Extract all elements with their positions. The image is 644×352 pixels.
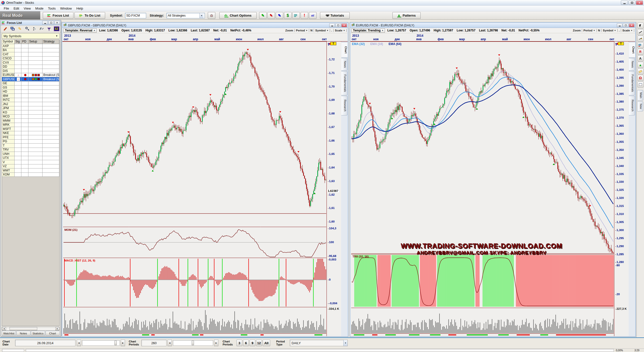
dropdown-arrow-icon[interactable]: ▼ — [343, 340, 347, 346]
template-dropdown[interactable]: Template: Reversal▼ — [63, 28, 97, 33]
symbol-row-ibm[interactable]: IBM — [2, 94, 59, 98]
zoom-control-period[interactable]: Period▼ — [582, 29, 597, 32]
period-type-dropdown[interactable]: DAILY▼ — [290, 340, 348, 346]
note-tool[interactable] — [637, 81, 643, 87]
zoom-control-zoom[interactable]: Zoom — [572, 29, 582, 32]
periods-slider-thumb[interactable] — [192, 341, 194, 345]
app-minimize-button[interactable] — [621, 1, 628, 5]
scale-tag[interactable]: T — [618, 42, 624, 45]
symbol-row-dis[interactable]: DIS — [2, 69, 59, 73]
strategy-dropdown[interactable]: All Strategies▼ — [167, 13, 205, 18]
menu-help[interactable]: Help — [74, 6, 85, 11]
lab-button[interactable] — [208, 12, 215, 19]
zoom-control-zoom[interactable]: Zoom — [284, 29, 295, 32]
symbol-row-gs[interactable]: GS — [2, 85, 59, 90]
focus-restore-button[interactable] — [48, 21, 54, 25]
filter-funnel-icon[interactable] — [47, 26, 52, 31]
chart-tab-news[interactable]: News — [629, 58, 635, 71]
chart-tab-chart[interactable]: Chart — [341, 42, 348, 58]
symbol-row-mcd[interactable]: MCD — [2, 115, 59, 119]
symbol-row-pg[interactable]: PG — [2, 140, 59, 144]
menu-edit[interactable]: Edit — [11, 6, 21, 11]
symbol-row-v[interactable]: V — [2, 160, 59, 164]
chart-restore-button[interactable] — [623, 23, 628, 27]
chart-titlebar[interactable]: EURUSD.FXCM - EURUSD.FXCM (DAILY)× — [350, 23, 635, 28]
chart-tab-chart[interactable]: Chart — [629, 42, 635, 58]
zoom-control-period[interactable]: Period▼ — [295, 29, 309, 32]
zoom-control-.[interactable]: . — [618, 29, 621, 32]
symbol-input[interactable]: SD.FXCM — [125, 13, 146, 18]
chart-options-button[interactable]: Chart Options — [219, 12, 257, 19]
focus-tab-notes[interactable]: Notes — [16, 331, 30, 336]
zoom-control-n[interactable]: N — [309, 29, 314, 32]
symbol-row-wmt[interactable]: WMT — [2, 168, 59, 173]
symbol-row-mrk[interactable]: MRK — [2, 123, 59, 127]
zoom-control-n[interactable]: N — [597, 29, 601, 32]
symbol-row-hd[interactable]: HD — [2, 90, 59, 94]
menu-view[interactable]: View — [21, 6, 33, 11]
column-header-setup[interactable]: Setup — [28, 40, 43, 44]
symbol-row-axp[interactable]: AXP — [2, 44, 59, 48]
notes-blue-button[interactable]: ✎ — [276, 12, 283, 19]
symbol-row-csco[interactable]: CSCO — [2, 57, 59, 61]
chart-minimize-button[interactable] — [329, 23, 335, 27]
chart-tab-news[interactable]: News — [341, 58, 347, 71]
edit-pencil-icon[interactable]: ✎ — [17, 26, 22, 31]
periods-slider[interactable] — [173, 340, 213, 346]
alert-button[interactable]: ! — [301, 12, 308, 19]
chart-plot-canvas[interactable] — [63, 41, 326, 336]
symbol-row-t[interactable]: T — [2, 144, 59, 148]
column-header-symbol[interactable]: Symbol — [2, 40, 15, 44]
symbol-row-unh[interactable]: UNH — [2, 152, 59, 156]
symbol-row-dd[interactable]: DD — [2, 65, 59, 69]
focus-minimize-button[interactable] — [42, 21, 48, 25]
period-button-12[interactable]: 12 — [256, 340, 262, 346]
focus-tab-watchlist[interactable]: Watchlist — [2, 331, 16, 336]
period-button-all[interactable]: All — [263, 340, 270, 346]
focus-tab-chart[interactable]: Chart — [46, 331, 60, 336]
format-tools-icon[interactable]: F — [39, 26, 44, 31]
patterns-button[interactable]: Patterns — [392, 12, 421, 19]
chart-close-button[interactable]: × — [341, 23, 347, 27]
symbol-row-jpm[interactable]: JPM — [2, 106, 59, 111]
highlight-off-icon[interactable] — [3, 26, 8, 31]
symbol-row-jnj[interactable]: JNJ — [2, 102, 59, 106]
notes-red-button[interactable]: ✎ — [267, 12, 275, 19]
column-header-pd[interactable]: PD — [21, 40, 28, 44]
symbol-row-ko[interactable]: KO — [2, 110, 59, 115]
chart-close-button[interactable]: × — [629, 23, 634, 27]
zoom-control-.[interactable]: . — [330, 29, 334, 32]
column-header-strategy[interactable]: Strategy — [43, 40, 59, 44]
column-header-sig[interactable]: Sig — [15, 40, 21, 44]
symbol-row-msft[interactable]: MSFT — [2, 127, 59, 131]
text-tool[interactable]: A — [637, 55, 643, 61]
focus-list-button[interactable]: Focus List — [43, 12, 73, 19]
monitors-icon[interactable] — [10, 26, 15, 31]
focus-list-titlebar[interactable]: Focus List × — [1, 20, 61, 25]
chart-plot-canvas[interactable] — [351, 41, 614, 336]
symbol-row-pfe[interactable]: PFE — [2, 135, 59, 140]
magnet-tool[interactable]: Ω — [637, 75, 643, 81]
eraser-tool[interactable] — [637, 68, 643, 74]
menu-mode[interactable]: Mode — [33, 6, 46, 11]
periods-next-button[interactable]: ► — [214, 340, 218, 346]
scroll-right-icon[interactable]: ► — [55, 327, 59, 330]
side-tab-main[interactable]: Main — [637, 90, 643, 101]
chart-titlebar[interactable]: GBPUSD.FXCM - GBPUSD.FXCM (DAILY)× — [62, 23, 348, 28]
period-button-3[interactable]: 3 — [236, 340, 242, 346]
symbol-row-utx[interactable]: UTX — [2, 156, 59, 160]
scroll-left-icon[interactable]: ◄ — [2, 327, 6, 330]
date-prev-button[interactable]: ◄ — [77, 340, 81, 346]
symbol-row-xom[interactable]: XOM — [2, 173, 59, 177]
menu-window[interactable]: Window — [58, 6, 74, 11]
chart-periods-value[interactable]: 260 — [141, 340, 167, 346]
chart-tab-fundamentals[interactable]: Fundamentals — [629, 71, 635, 95]
focus-close-button[interactable]: × — [54, 21, 60, 25]
chart-minimize-button[interactable] — [617, 23, 622, 27]
periods-prev-button[interactable]: ◄ — [168, 340, 172, 346]
zoom-control-scale[interactable]: Scale▼ — [334, 29, 347, 32]
symbol-row-ba[interactable]: BA — [2, 48, 59, 53]
notes-green-button[interactable]: ✎ — [259, 12, 267, 19]
chart-tab-research[interactable]: Research — [629, 96, 635, 115]
chart-tab-fundamentals[interactable]: Fundamentals — [341, 71, 347, 95]
